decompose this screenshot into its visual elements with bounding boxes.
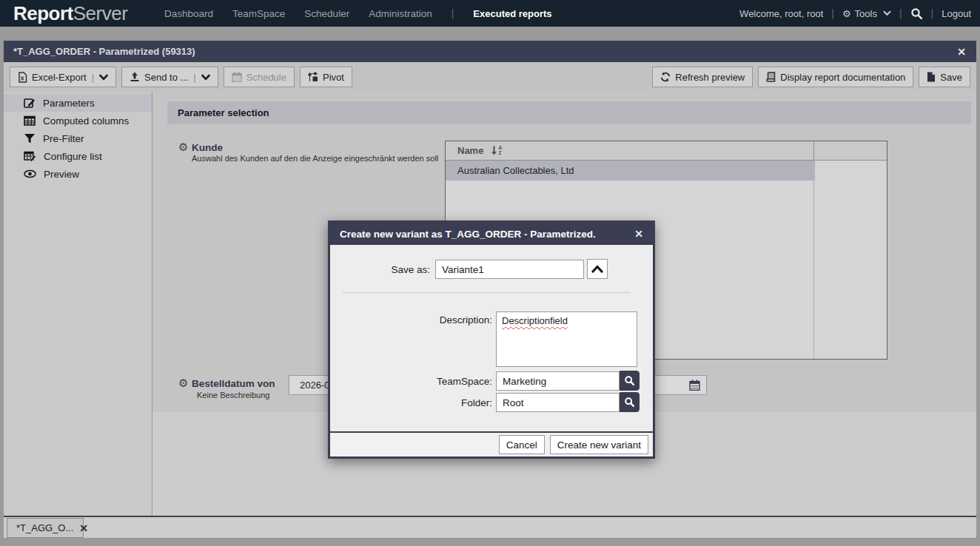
description-textarea[interactable]: Descriptionfield — [496, 311, 637, 367]
tools-label: Tools — [855, 8, 877, 19]
calendar-icon[interactable] — [689, 380, 700, 391]
create-new-variant-button[interactable]: Create new variant — [550, 435, 648, 454]
table-row-selected[interactable]: Australian Collectables, Ltd — [446, 161, 815, 181]
dialog-title: Create new variant as T_AGG_ORDER - Para… — [340, 229, 596, 240]
bottom-tabbar: *T_AGG_O... ✕ — [4, 517, 976, 538]
logo-light: Server — [73, 2, 128, 25]
save-file-icon — [927, 72, 936, 82]
header-separator: | — [899, 7, 902, 19]
sidebar-item-configure-list[interactable]: Configure list — [4, 147, 152, 165]
top-nav: Dashboard TeamSpace Scheduler Administra… — [164, 0, 552, 27]
report-titlebar: *T_AGG_ORDER - Parametrized (59313) ✕ — [4, 41, 976, 62]
parameter-kunde-name: Kunde — [192, 142, 223, 153]
save-label: Save — [940, 72, 962, 83]
logout-link[interactable]: Logout — [942, 8, 971, 19]
header-separator: | — [931, 7, 934, 19]
column-header-name[interactable]: Name — [457, 145, 483, 156]
calendar-icon — [232, 72, 242, 82]
teamspace-label: TeamSpace: — [392, 376, 492, 387]
excel-file-icon — [18, 72, 27, 83]
folder-input[interactable] — [496, 393, 620, 412]
sidebar-item-parameters[interactable]: Parameters — [4, 94, 152, 112]
kunde-table-header: Name AZ — [446, 141, 887, 161]
chevron-down-icon[interactable] — [99, 74, 108, 81]
nav-administration[interactable]: Administration — [369, 8, 432, 19]
split-separator: | — [193, 72, 195, 83]
create-variant-dialog: Create new variant as T_AGG_ORDER - Para… — [328, 220, 655, 459]
pivot-button[interactable]: Pivot — [300, 67, 352, 87]
schedule-button: Schedule — [224, 67, 295, 87]
parameter-bestelldatum-description: Keine Beschreibung — [197, 391, 269, 400]
save-as-label: Save as: — [330, 264, 430, 275]
parameter-selection-title: Parameter selection — [178, 107, 269, 118]
filter-icon — [24, 132, 36, 144]
chevron-up-button[interactable] — [587, 259, 608, 279]
report-toolbar: Excel-Export | Send to ... | Schedule — [4, 62, 976, 92]
welcome-text: Welcome, root, root — [739, 8, 823, 19]
report-sidebar: Parameters Computed columns Pre-Filter C… — [4, 92, 152, 516]
dialog-footer: Cancel Create new variant — [330, 431, 653, 456]
toolbar-left-group: Excel-Export | Send to ... | Schedule — [10, 67, 352, 87]
dialog-close-icon[interactable]: ✕ — [634, 229, 643, 239]
pivot-icon — [308, 72, 318, 82]
description-value: Descriptionfield — [502, 315, 568, 326]
chevron-down-icon[interactable] — [201, 74, 210, 81]
dialog-separator — [343, 292, 630, 293]
split-separator: | — [92, 72, 94, 83]
sort-az-icon[interactable]: AZ — [491, 146, 502, 155]
eye-icon — [24, 169, 36, 178]
dialog-header[interactable]: Create new variant as T_AGG_ORDER - Para… — [330, 223, 653, 245]
display-report-documentation-button[interactable]: Display report documentation — [758, 67, 913, 87]
sidebar-item-preview[interactable]: Preview — [4, 165, 152, 183]
sidebar-item-label: Configure list — [44, 151, 102, 162]
refresh-icon — [660, 72, 671, 82]
search-icon[interactable] — [910, 7, 923, 20]
teamspace-input[interactable] — [496, 371, 620, 391]
search-icon — [624, 375, 635, 386]
table-cell-customer: Australian Collectables, Ltd — [457, 165, 574, 176]
nav-teamspace[interactable]: TeamSpace — [232, 8, 285, 19]
edit-icon — [24, 97, 36, 109]
tab-close-icon[interactable]: ✕ — [79, 523, 88, 533]
save-button[interactable]: Save — [919, 67, 970, 87]
tab-t-agg-order[interactable]: *T_AGG_O... ✕ — [7, 518, 84, 538]
table-column-divider-header — [813, 141, 814, 161]
cancel-button[interactable]: Cancel — [499, 435, 545, 454]
parameter-kunde-description: Auswahl des Kunden auf den die Anzeige e… — [192, 154, 438, 163]
save-as-input[interactable] — [435, 260, 584, 279]
nav-dashboard[interactable]: Dashboard — [164, 8, 213, 19]
close-report-icon[interactable]: ✕ — [957, 47, 966, 57]
sidebar-item-label: Preview — [44, 169, 79, 180]
nav-scheduler[interactable]: Scheduler — [304, 8, 349, 19]
refresh-preview-button[interactable]: Refresh preview — [652, 67, 753, 87]
send-to-button[interactable]: Send to ... | — [121, 67, 218, 87]
sidebar-item-label: Pre-Filter — [43, 133, 84, 144]
schedule-label: Schedule — [246, 72, 286, 83]
teamspace-search-button[interactable] — [620, 371, 640, 391]
header-right: Welcome, root, root | ⚙ Tools | | Logout — [739, 0, 971, 27]
tools-menu[interactable]: ⚙ Tools — [842, 8, 891, 19]
search-icon — [624, 397, 635, 408]
gear-icon: ⚙ — [842, 9, 851, 18]
folder-search-button[interactable] — [620, 392, 640, 412]
sidebar-item-pre-filter[interactable]: Pre-Filter — [4, 129, 152, 147]
header-separator: | — [831, 7, 834, 19]
parameter-gear-icon: ⚙ — [178, 377, 188, 388]
top-header: ReportServer Dashboard TeamSpace Schedul… — [0, 0, 980, 27]
sidebar-item-label: Parameters — [43, 98, 95, 109]
chevron-down-icon — [883, 10, 891, 16]
chevron-up-icon — [591, 265, 603, 273]
excel-export-label: Excel-Export — [32, 72, 87, 83]
send-to-label: Send to ... — [144, 72, 188, 83]
excel-export-button[interactable]: Excel-Export | — [10, 67, 116, 87]
sidebar-item-label: Computed columns — [43, 115, 129, 127]
nav-executed-reports[interactable]: Executed reports — [473, 8, 551, 19]
parameter-selection-header: Parameter selection — [167, 101, 971, 124]
logo-bold: Report — [13, 2, 73, 25]
sidebar-item-computed-columns[interactable]: Computed columns — [4, 112, 152, 129]
refresh-preview-label: Refresh preview — [675, 72, 745, 83]
parameter-bestelldatum-name: Bestelldatum von — [192, 378, 275, 389]
reportserver-logo: ReportServer — [13, 0, 127, 27]
book-icon — [766, 72, 776, 82]
toolbar-right-group: Refresh preview Display report documenta… — [652, 67, 970, 87]
